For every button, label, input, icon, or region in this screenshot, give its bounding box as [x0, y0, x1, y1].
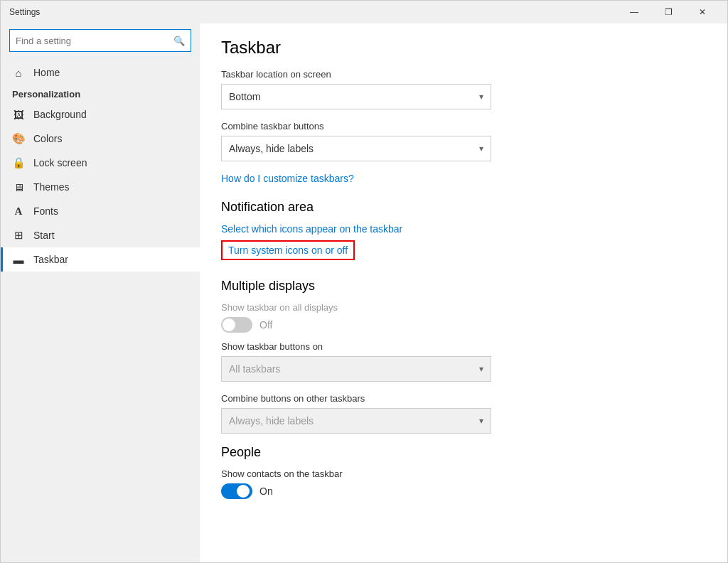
lock-icon: 🔒: [12, 156, 25, 169]
sidebar-item-background[interactable]: 🖼 Background: [1, 102, 200, 127]
main-content: Taskbar Taskbar location on screen Botto…: [200, 23, 727, 562]
minimize-button[interactable]: —: [618, 1, 651, 23]
sidebar-lock-label: Lock screen: [33, 157, 87, 168]
sidebar-item-taskbar[interactable]: ▬ Taskbar: [1, 247, 200, 272]
people-heading: People: [221, 445, 706, 460]
combine-other-value: Always, hide labels: [229, 415, 314, 427]
sidebar-item-start[interactable]: ⊞ Start: [1, 223, 200, 247]
show-contacts-label: Show contacts on the taskbar: [221, 468, 706, 479]
notification-area-heading: Notification area: [221, 200, 706, 215]
fonts-icon: A: [12, 205, 25, 218]
search-box[interactable]: 🔍: [9, 29, 191, 52]
sidebar-item-colors[interactable]: 🎨 Colors: [1, 127, 200, 151]
combine-other-dropdown[interactable]: Always, hide labels ▾: [221, 408, 491, 434]
title-bar: Settings — ❐ ✕: [1, 1, 727, 23]
start-icon: ⊞: [12, 229, 25, 242]
taskbar-location-label: Taskbar location on screen: [221, 69, 706, 80]
sidebar-item-themes[interactable]: 🖥 Themes: [1, 175, 200, 199]
taskbar-location-arrow: ▾: [479, 92, 483, 102]
show-taskbar-all-toggle-label: Off: [259, 319, 272, 331]
page-title: Taskbar: [221, 38, 706, 58]
show-contacts-row: On: [221, 483, 706, 499]
sidebar-item-fonts[interactable]: A Fonts: [1, 199, 200, 223]
settings-window: Settings — ❐ ✕ 🔍 ⌂ Home Personalization: [0, 0, 728, 563]
app-title: Settings: [9, 7, 40, 17]
show-taskbar-all-toggle[interactable]: [221, 317, 252, 333]
customize-taskbars-link[interactable]: How do I customize taskbars?: [221, 173, 354, 184]
show-taskbar-all-label: Show taskbar on all displays: [221, 302, 706, 313]
themes-icon: 🖥: [12, 181, 25, 193]
show-buttons-value: All taskbars: [229, 363, 280, 375]
sidebar-colors-label: Colors: [33, 133, 62, 144]
combine-other-arrow: ▾: [479, 416, 483, 426]
taskbar-icon: ▬: [12, 253, 25, 266]
combine-buttons-dropdown[interactable]: Always, hide labels ▾: [221, 136, 491, 161]
taskbar-location-dropdown[interactable]: Bottom ▾: [221, 84, 491, 109]
sidebar-background-label: Background: [33, 109, 87, 120]
maximize-button[interactable]: ❐: [652, 1, 685, 23]
show-contacts-knob: [237, 485, 250, 498]
search-input[interactable]: [16, 36, 169, 46]
close-button[interactable]: ✕: [686, 1, 719, 23]
home-icon: ⌂: [12, 66, 25, 79]
combine-buttons-label: Combine taskbar buttons: [221, 121, 706, 132]
background-icon: 🖼: [12, 108, 25, 121]
colors-icon: 🎨: [12, 132, 25, 145]
show-buttons-arrow: ▾: [479, 364, 483, 374]
select-icons-link[interactable]: Select which icons appear on the taskbar: [221, 223, 706, 235]
search-icon: 🔍: [173, 36, 185, 46]
content-area: 🔍 ⌂ Home Personalization 🖼 Background 🎨 …: [1, 23, 727, 562]
sidebar: 🔍 ⌂ Home Personalization 🖼 Background 🎨 …: [1, 23, 200, 562]
show-buttons-dropdown[interactable]: All taskbars ▾: [221, 356, 491, 382]
title-bar-controls: — ❐ ✕: [618, 1, 719, 23]
sidebar-item-home[interactable]: ⌂ Home: [1, 60, 200, 85]
turn-system-icons-link[interactable]: Turn system icons on or off: [221, 240, 355, 260]
combine-other-label: Combine buttons on other taskbars: [221, 393, 706, 404]
show-taskbar-all-knob: [223, 318, 235, 331]
sidebar-section-label: Personalization: [1, 85, 200, 102]
combine-buttons-value: Always, hide labels: [229, 143, 314, 154]
combine-buttons-arrow: ▾: [479, 144, 483, 154]
sidebar-themes-label: Themes: [33, 181, 70, 193]
sidebar-home-label: Home: [33, 67, 60, 78]
show-taskbar-all-row: Off: [221, 317, 706, 333]
show-buttons-label: Show taskbar buttons on: [221, 341, 706, 352]
show-contacts-toggle-label: On: [259, 486, 273, 497]
title-bar-left: Settings: [9, 7, 40, 17]
multiple-displays-heading: Multiple displays: [221, 279, 706, 294]
sidebar-start-label: Start: [33, 230, 55, 241]
sidebar-item-lock-screen[interactable]: 🔒 Lock screen: [1, 151, 200, 175]
sidebar-taskbar-label: Taskbar: [33, 254, 68, 265]
sidebar-fonts-label: Fonts: [33, 205, 58, 217]
show-contacts-toggle[interactable]: [221, 483, 252, 499]
taskbar-location-value: Bottom: [229, 91, 260, 102]
